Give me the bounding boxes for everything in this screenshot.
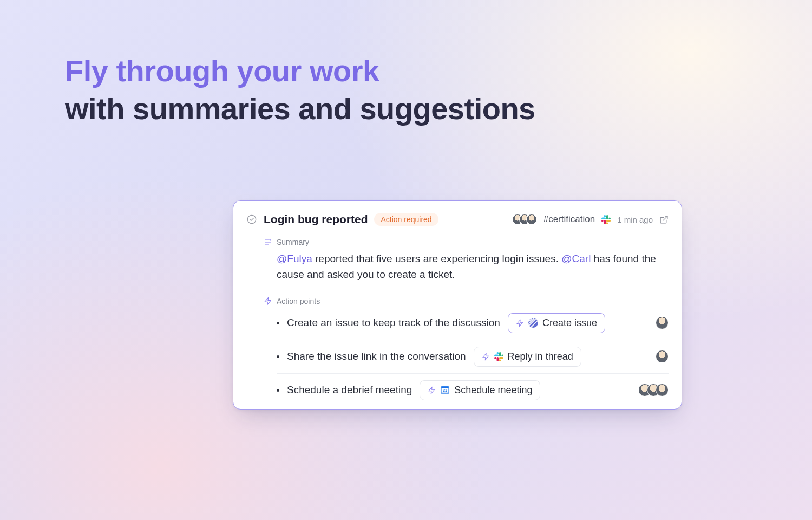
slack-icon (601, 215, 611, 224)
svg-text:31: 31 (443, 388, 448, 392)
hero-heading-line2: with summaries and suggestions (65, 90, 535, 128)
action-point-text: Share the issue link in the conversation (287, 350, 466, 362)
summary-text: @Fulya reported that five users are expe… (264, 251, 669, 283)
card-header: Login bug reported Action required #cert… (246, 213, 669, 226)
action-required-badge: Action required (374, 213, 438, 226)
avatar (656, 384, 669, 396)
bullet-icon (277, 322, 279, 324)
bullet-icon (277, 389, 279, 392)
card-title: Login bug reported (264, 213, 368, 226)
avatar (526, 214, 537, 225)
bolt-icon (516, 319, 524, 327)
hero-heading-line1: Fly through your work (65, 52, 535, 90)
bolt-icon (264, 297, 272, 306)
bullet-icon (277, 355, 279, 358)
schedule-meeting-button[interactable]: 31Schedule meeting (420, 380, 540, 400)
summary-card: Login bug reported Action required #cert… (233, 200, 682, 410)
timestamp: 1 min ago (617, 215, 653, 224)
channel-name[interactable]: #certification (543, 214, 595, 225)
participants-avatars (512, 214, 537, 225)
assignee-avatars (638, 384, 669, 396)
bolt-icon (482, 353, 490, 361)
action-point-item: Schedule a debrief meeting31Schedule mee… (277, 373, 669, 407)
action-points-label: Action points (264, 297, 669, 306)
avatar (656, 316, 669, 329)
sparkle-lines-icon (264, 238, 272, 246)
action-button-label: Schedule meeting (454, 385, 532, 396)
assignee-avatars (656, 350, 669, 363)
action-point-text: Schedule a debrief meeting (287, 384, 412, 396)
google-calendar-icon: 31 (440, 385, 450, 395)
summary-section: Summary @Fulya reported that five users … (246, 238, 669, 283)
slack-icon (494, 352, 503, 361)
open-external-icon[interactable] (659, 215, 669, 224)
action-button-label: Reply in thread (508, 351, 573, 362)
mention-fulya[interactable]: @Fulya (277, 253, 312, 264)
action-points-section: Action points Create an issue to keep tr… (246, 297, 669, 409)
action-point-item: Share the issue link in the conversation… (277, 340, 669, 373)
action-point-text: Create an issue to keep track of the dis… (287, 317, 500, 329)
create-issue-button[interactable]: Create issue (508, 313, 605, 333)
mention-carl[interactable]: @Carl (561, 253, 591, 264)
bolt-icon (428, 386, 436, 394)
assignee-avatars (656, 316, 669, 329)
action-button-label: Create issue (542, 317, 597, 329)
checkmark-circle-icon[interactable] (246, 214, 257, 225)
avatar (656, 350, 669, 363)
reply-in-thread-button[interactable]: Reply in thread (474, 347, 581, 367)
summary-label: Summary (264, 238, 669, 246)
action-point-item: Create an issue to keep track of the dis… (277, 310, 669, 340)
svg-point-0 (247, 215, 256, 223)
linear-icon (528, 318, 538, 328)
hero-heading: Fly through your work with summaries and… (65, 52, 535, 128)
